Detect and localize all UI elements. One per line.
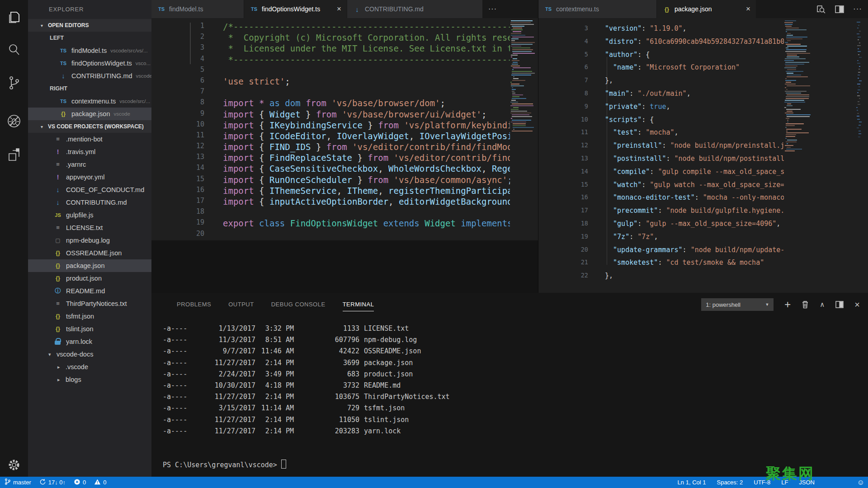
json-file-icon: {} xyxy=(53,259,62,272)
tree-file[interactable]: {}tsfmt.json xyxy=(28,310,151,323)
editor-group1-tabs: TSfindModel.tsTSfindOptionsWidget.ts×↓CO… xyxy=(151,0,538,18)
open-preview-icon[interactable] xyxy=(816,5,826,14)
editor-package-json[interactable]: 3"version": "1.19.0",4"distro": "610ca69… xyxy=(538,18,868,293)
workspace-header[interactable]: ▾VS CODE PROJECTS (WORKSPACE) xyxy=(28,120,151,133)
editor-tab[interactable]: ↓CONTRIBUTING.md xyxy=(347,0,483,18)
md-file-icon: ↓ xyxy=(53,196,62,209)
close-icon[interactable]: × xyxy=(332,5,341,14)
open-editor-item[interactable]: TScontextmenu.tsvscode/src/... xyxy=(28,95,151,108)
terminal-row: -a----1/13/20173:32 PM1133LICENSE.txt xyxy=(151,323,868,334)
settings-gear-icon[interactable] xyxy=(0,453,28,477)
tree-folder[interactable]: ▾vscode-docs xyxy=(28,348,151,361)
tree-file[interactable]: ⓘREADME.md xyxy=(28,285,151,297)
line-number: 20 xyxy=(151,230,204,240)
feedback-smiley-icon[interactable]: ☺ xyxy=(857,477,864,488)
more-tabs-icon[interactable]: ··· xyxy=(488,5,497,13)
watermark: 聚集网 xyxy=(766,464,815,484)
terminal-cursor xyxy=(281,460,286,469)
error-icon xyxy=(74,479,80,487)
tree-file[interactable]: ≡ThirdPartyNotices.txt xyxy=(28,297,151,310)
json-file-icon: {} xyxy=(53,247,62,259)
debug-icon[interactable] xyxy=(0,109,28,133)
tree-file[interactable]: yarn.lock xyxy=(28,335,151,348)
minimap[interactable] xyxy=(510,20,537,134)
terminal-prompt[interactable]: PS C:\Users\gregvanl\vscode> xyxy=(151,460,868,471)
status-warning[interactable]: 0 xyxy=(94,479,106,487)
tab-output[interactable]: OUTPUT xyxy=(228,298,254,311)
status-git-branch[interactable]: master xyxy=(5,478,31,487)
md-file-icon: ↓ xyxy=(59,70,68,82)
terminal-row: -a----11/27/20172:14 PM103675ThirdPartyN… xyxy=(151,391,868,403)
tree-file[interactable]: JSgulpfile.js xyxy=(28,209,151,221)
chevron-down-icon: ▾ xyxy=(48,348,55,361)
code-line: 10import { IKeybindingService } from 'vs… xyxy=(151,120,538,131)
ts-file-icon: TS xyxy=(59,57,68,70)
line-number: 11 xyxy=(151,131,204,142)
editor-group-label: LEFT xyxy=(28,32,151,44)
terminal-row: -a----9/7/201711:46 AM42422OSSREADME.jso… xyxy=(151,346,868,357)
tree-file[interactable]: ≡.mention-bot xyxy=(28,133,151,145)
file-name: package.json xyxy=(71,108,110,120)
file-name: .travis.yml xyxy=(66,145,95,158)
line-number: 8 xyxy=(151,98,204,109)
tree-folder[interactable]: ▸.vscode xyxy=(28,361,151,373)
terminal-row: -a----11/27/20172:14 PM3699package.json xyxy=(151,357,868,369)
editor-findOptionsWidget[interactable]: 1/*-------------------------------------… xyxy=(151,18,538,240)
line-number: 17 xyxy=(538,206,588,220)
terminal-row: -a----11/27/20172:14 PM203283yarn.lock xyxy=(151,426,868,437)
explorer-icon[interactable] xyxy=(0,6,28,30)
tree-file[interactable]: ≡LICENSE.txt xyxy=(28,221,151,234)
overview-ruler[interactable] xyxy=(856,22,863,140)
maximize-panel-icon[interactable]: ∧ xyxy=(820,300,825,309)
extensions-icon[interactable] xyxy=(0,144,28,167)
open-editor-item[interactable]: {}package.jsonvscode xyxy=(28,108,151,120)
tree-file[interactable]: ≡.yarnrc xyxy=(28,158,151,171)
tree-file[interactable]: ↓CONTRIBUTING.md xyxy=(28,196,151,209)
tree-file[interactable]: {}product.json xyxy=(28,272,151,285)
editor-tab[interactable]: TSfindOptionsWidget.ts× xyxy=(244,0,347,18)
search-icon[interactable] xyxy=(0,38,28,61)
editor-group-label: RIGHT xyxy=(28,82,151,95)
close-panel-icon[interactable]: × xyxy=(854,300,860,310)
tab-problems[interactable]: PROBLEMS xyxy=(177,298,211,311)
open-editor-item[interactable]: TSfindModel.tsvscode/src/vs/... xyxy=(28,44,151,57)
status-sync[interactable]: 17↓ 0↑ xyxy=(39,479,66,487)
tree-file[interactable]: !appveyor.yml xyxy=(28,171,151,183)
editor-tab[interactable]: TScontextmenu.ts xyxy=(538,0,657,18)
chevron-right-icon: ▸ xyxy=(57,361,64,373)
tab-debug-console[interactable]: DEBUG CONSOLE xyxy=(271,298,326,311)
kill-terminal-icon[interactable] xyxy=(802,300,809,309)
status-error[interactable]: 0 xyxy=(74,479,86,487)
json-file-icon: {} xyxy=(53,323,62,335)
file-name: findModel.ts xyxy=(71,44,107,57)
split-terminal-icon[interactable] xyxy=(835,301,844,308)
tree-file[interactable]: {}OSSREADME.json xyxy=(28,247,151,259)
tree-file[interactable]: ↓CODE_OF_CONDUCT.md xyxy=(28,183,151,196)
minimap[interactable] xyxy=(784,20,812,154)
line-number: 4 xyxy=(151,55,204,66)
tree-file[interactable]: {}tslint.json xyxy=(28,323,151,335)
tree-folder[interactable]: ▸blogs xyxy=(28,373,151,386)
terminal-select[interactable]: 1: powershell ▼ xyxy=(701,298,774,311)
tab-terminal[interactable]: TERMINAL xyxy=(343,298,374,311)
editor-tab[interactable]: TSfindModel.ts xyxy=(151,0,244,18)
source-control-icon[interactable] xyxy=(0,71,28,95)
list-file-icon: ≡ xyxy=(53,221,62,234)
tree-file[interactable]: ▢npm-debug.log xyxy=(28,234,151,247)
open-editors-header[interactable]: ▾OPEN EDITORS xyxy=(28,19,151,32)
cursor-position[interactable]: Ln 1, Col 1 xyxy=(678,479,706,486)
open-editor-item[interactable]: TSfindOptionsWidget.tsvsco... xyxy=(28,57,151,70)
indentation[interactable]: Spaces: 2 xyxy=(717,479,743,486)
editor-tab[interactable]: {}package.json× xyxy=(657,0,756,18)
close-icon[interactable]: × xyxy=(741,5,750,14)
terminal-output[interactable]: -a----1/13/20173:32 PM1133LICENSE.txt-a-… xyxy=(151,323,868,471)
tree-file[interactable]: {}package.json xyxy=(28,259,151,272)
more-actions-icon[interactable]: ··· xyxy=(853,5,862,14)
new-terminal-button[interactable]: + xyxy=(784,300,791,309)
workspace-file-tree: ≡.mention-bot!.travis.yml≡.yarnrc!appvey… xyxy=(28,133,151,386)
split-editor-icon[interactable] xyxy=(835,5,844,13)
json-file-icon: {} xyxy=(59,108,68,120)
tree-file[interactable]: !.travis.yml xyxy=(28,145,151,158)
code-line: 9import { Widget } from 'vs/base/browser… xyxy=(151,109,538,120)
open-editor-item[interactable]: ↓CONTRIBUTING.mdvscode xyxy=(28,70,151,82)
